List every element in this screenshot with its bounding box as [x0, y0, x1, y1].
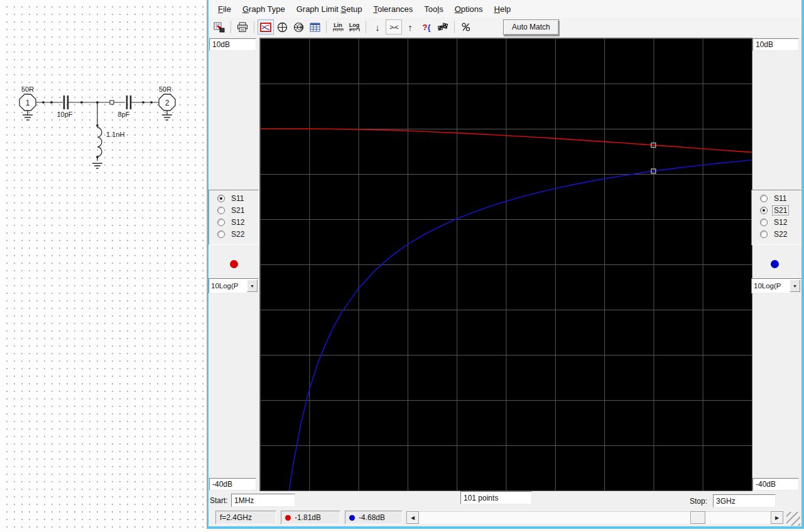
inductor-l1[interactable]: 1.1nH [92, 128, 124, 168]
c1-value-label: 10pF [57, 111, 72, 118]
red-trace-dot-icon [285, 515, 291, 521]
capacitor-c2[interactable]: 8pF [118, 95, 131, 118]
fit-trace-button[interactable]: >-< [386, 19, 402, 35]
rectangular-graph-button[interactable] [258, 19, 274, 35]
points-box: 101 points [460, 491, 532, 504]
radio-button[interactable] [217, 195, 225, 202]
menu-graph-limit-setup[interactable]: Graph Limit Setup [291, 3, 368, 16]
ground-symbol [92, 158, 102, 168]
radio-button[interactable] [217, 231, 225, 238]
menu-tolerances[interactable]: Tolerances [367, 3, 418, 16]
blue-marker-readout: -4.68dB [345, 511, 403, 524]
right-radio-s21[interactable]: S21 [760, 205, 801, 215]
radio-button[interactable] [760, 231, 768, 238]
right-top-scale-box: 10dB [752, 38, 799, 51]
ground-symbol [23, 111, 33, 120]
red-marker-readout: -1.81dB [281, 511, 340, 524]
right-radio-s11[interactable]: S11 [760, 193, 801, 203]
toolbar-separator [254, 21, 254, 33]
stop-label: Stop: [690, 497, 707, 506]
radio-button[interactable] [760, 207, 768, 214]
trace-layer [260, 38, 752, 491]
toolbar-separator [231, 21, 231, 33]
menu-options[interactable]: Options [449, 3, 489, 16]
radio-button[interactable] [217, 219, 225, 226]
triangle-right-icon: ▶ [775, 515, 779, 521]
menu-file[interactable]: File [212, 3, 237, 16]
arrow-up-icon: ↑ [408, 23, 413, 32]
ground-symbol [162, 111, 172, 120]
stop-frequency-input[interactable] [713, 494, 776, 508]
port1-number: 1 [26, 99, 30, 107]
marker-scroll-right-button[interactable]: ▶ [771, 511, 783, 524]
marker-scrollbar-track[interactable] [419, 511, 771, 524]
menu-bar: File Graph Type Graph Limit Setup Tolera… [209, 0, 801, 18]
open-node [110, 100, 114, 104]
left-trace-color-dot [230, 260, 238, 268]
table-view-button[interactable] [307, 19, 323, 35]
linear-scale-button[interactable]: Lin [330, 19, 346, 35]
toolbar-separator [326, 21, 327, 33]
schematic-wires [36, 102, 159, 158]
smith-chart-button[interactable] [290, 19, 307, 35]
radio-button[interactable] [760, 195, 768, 202]
radio-button[interactable] [760, 219, 768, 226]
radio-button[interactable] [217, 207, 225, 214]
fit-trace-icon: >-< [389, 24, 398, 31]
print-button[interactable] [234, 19, 251, 35]
plot-area[interactable] [259, 38, 752, 491]
smith-chart-icon [293, 22, 304, 33]
port2-impedance-label: 50R [159, 85, 171, 93]
percent-tune-icon [461, 22, 471, 32]
combo-arrow-button[interactable]: ▼ [247, 280, 258, 292]
start-frequency-input[interactable] [231, 494, 295, 507]
window-resize-grip[interactable] [786, 512, 800, 526]
blue-trace-dot-icon [349, 515, 355, 521]
polar-graph-button[interactable] [274, 19, 290, 35]
table-icon [310, 23, 320, 32]
left-radio-s12[interactable]: S12 [217, 217, 258, 227]
log-scale-button[interactable]: Log [346, 19, 362, 35]
right-format-combobox[interactable]: 10Log(P ▼ [751, 278, 801, 293]
right-radio-s22[interactable]: S22 [760, 229, 801, 239]
toolbar-separator [454, 21, 455, 33]
right-bottom-scale-box: -40dB [752, 478, 799, 491]
schematic-canvas[interactable]: 1 50R 10pF 8pF 1.1nH 2 50R [0, 0, 207, 532]
graph-window: File Graph Type Graph Limit Setup Tolera… [207, 0, 804, 529]
right-sparam-group: S11 S21 S12 S22 [751, 190, 801, 245]
menu-help[interactable]: Help [489, 3, 517, 16]
menu-graph-type[interactable]: Graph Type [237, 3, 291, 16]
menu-tools[interactable]: Tools [418, 3, 448, 16]
marker-scrollbar-thumb[interactable] [690, 511, 705, 524]
left-bottom-scale-box: -40dB [209, 478, 256, 491]
save-button[interactable] [211, 19, 227, 35]
arrow-down-icon: ↓ [375, 23, 380, 32]
tolerance-analysis-button[interactable] [435, 19, 451, 35]
port1-impedance-label: 50R [21, 85, 34, 93]
shift-down-button[interactable]: ↓ [369, 19, 386, 35]
triangle-left-icon: ◀ [411, 515, 415, 521]
polar-graph-icon [277, 22, 288, 33]
desktop: 1 50R 10pF 8pF 1.1nH 2 50R [0, 0, 804, 532]
capacitor-c1[interactable]: 10pF [57, 95, 72, 118]
trace-s11 [260, 129, 752, 152]
left-format-combobox[interactable]: 10Log(P ▼ [209, 278, 259, 293]
left-radio-s11[interactable]: S11 [217, 193, 258, 203]
port1-symbol[interactable]: 1 50R [19, 85, 36, 120]
rectangular-graph-icon [260, 23, 271, 32]
tune-button[interactable] [458, 19, 474, 35]
combo-arrow-button[interactable]: ▼ [790, 280, 800, 292]
left-radio-s21[interactable]: S21 [217, 205, 258, 215]
chevron-down-icon: ▼ [793, 284, 797, 288]
start-label: Start: [210, 496, 228, 505]
port2-symbol[interactable]: 2 50R [159, 85, 175, 120]
log-scale-icon: Log [349, 23, 360, 32]
shift-up-button[interactable]: ↑ [402, 19, 418, 35]
left-radio-s22[interactable]: S22 [217, 229, 258, 239]
query-values-button[interactable]: ?{ [418, 19, 435, 35]
right-radio-s12[interactable]: S12 [760, 217, 801, 227]
marker-scroll-left-button[interactable]: ◀ [406, 511, 419, 524]
auto-match-button[interactable]: Auto Match [503, 19, 559, 35]
dice-icon [437, 22, 448, 32]
l1-value-label: 1.1nH [106, 131, 124, 138]
